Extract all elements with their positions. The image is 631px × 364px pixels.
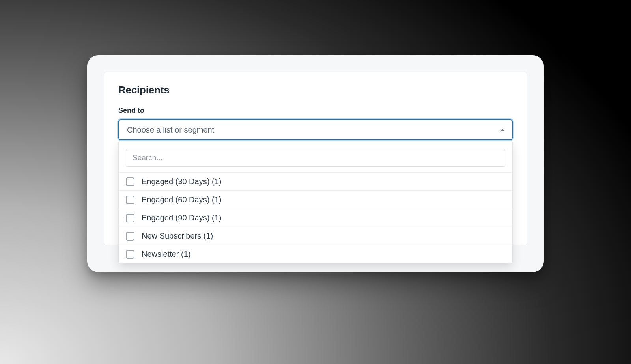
recipient-select-control: Choose a list or segment Engaged (30 Day… [118, 119, 513, 140]
field-label-send-to: Send to [118, 106, 513, 115]
option-row[interactable]: New Subscribers (1) [119, 227, 512, 245]
checkbox-icon[interactable] [126, 196, 134, 204]
checkbox-icon[interactable] [126, 232, 134, 241]
option-label: Engaged (30 Days) (1) [142, 177, 221, 186]
recipient-select[interactable]: Choose a list or segment [118, 119, 513, 140]
settings-panel: Recipients Send to Choose a list or segm… [87, 55, 544, 272]
recipient-dropdown: Engaged (30 Days) (1) Engaged (60 Days) … [118, 142, 513, 263]
option-row[interactable]: Engaged (30 Days) (1) [119, 172, 512, 190]
checkbox-icon[interactable] [126, 177, 134, 186]
option-label: Engaged (90 Days) (1) [142, 213, 221, 222]
options-list: Engaged (30 Days) (1) Engaged (60 Days) … [119, 172, 512, 263]
recipient-select-placeholder: Choose a list or segment [127, 125, 214, 134]
checkbox-icon[interactable] [126, 214, 134, 222]
option-label: Newsletter (1) [142, 250, 190, 259]
option-row[interactable]: Engaged (60 Days) (1) [119, 190, 512, 209]
option-row[interactable]: Engaged (90 Days) (1) [119, 209, 512, 227]
caret-up-icon [500, 126, 505, 133]
section-title: Recipients [118, 84, 513, 96]
dropdown-search-wrap [119, 142, 512, 172]
option-label: New Subscribers (1) [142, 231, 213, 241]
checkbox-icon[interactable] [126, 250, 134, 259]
recipients-card: Recipients Send to Choose a list or segm… [104, 72, 527, 245]
option-row[interactable]: Newsletter (1) [119, 245, 512, 263]
option-label: Engaged (60 Days) (1) [142, 195, 221, 204]
dropdown-search-input[interactable] [126, 149, 505, 167]
